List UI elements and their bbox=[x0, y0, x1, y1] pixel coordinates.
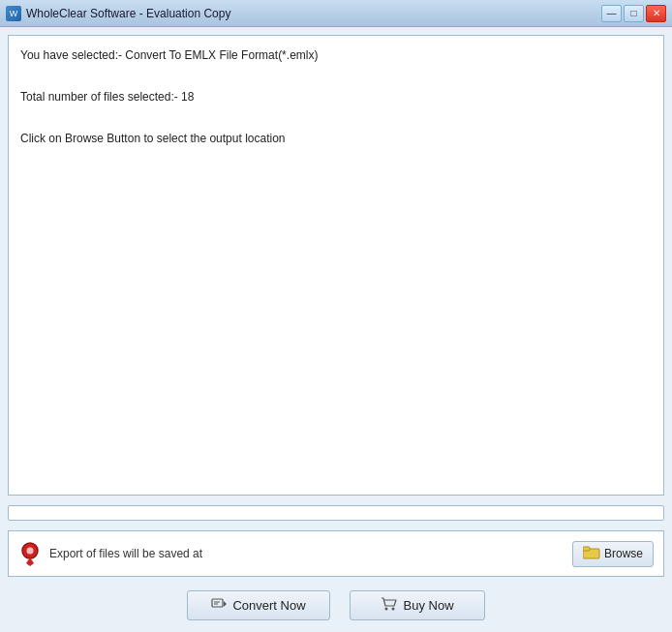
convert-now-button[interactable]: Convert Now bbox=[187, 590, 329, 620]
action-buttons: Convert Now Buy Now bbox=[8, 583, 664, 624]
svg-rect-5 bbox=[212, 599, 223, 607]
buy-now-button[interactable]: Buy Now bbox=[350, 590, 485, 620]
info-area: You have selected:- Convert To EMLX File… bbox=[8, 35, 664, 496]
info-line-1: You have selected:- Convert To EMLX File… bbox=[20, 45, 652, 67]
close-button[interactable]: ✕ bbox=[646, 5, 666, 22]
svg-marker-8 bbox=[224, 601, 227, 607]
minimize-button[interactable]: — bbox=[601, 5, 622, 22]
window-controls: — □ ✕ bbox=[601, 5, 666, 22]
output-section: Export of files will be saved at Browse bbox=[8, 530, 664, 577]
cart-icon bbox=[381, 597, 398, 614]
svg-rect-4 bbox=[583, 547, 590, 551]
convert-icon bbox=[211, 597, 227, 614]
main-window: You have selected:- Convert To EMLX File… bbox=[0, 27, 672, 632]
convert-now-label: Convert Now bbox=[232, 598, 305, 613]
pin-icon bbox=[18, 539, 42, 568]
info-line-2: Total number of files selected:- 18 bbox=[20, 87, 652, 108]
svg-point-10 bbox=[391, 608, 394, 611]
buy-now-label: Buy Now bbox=[404, 598, 454, 613]
title-bar: W WholeClear Software - Evaluation Copy … bbox=[0, 0, 672, 27]
app-icon: W bbox=[6, 6, 21, 21]
browse-label: Browse bbox=[604, 547, 643, 560]
output-label: Export of files will be saved at bbox=[49, 547, 565, 560]
window-title: WholeClear Software - Evaluation Copy bbox=[26, 7, 230, 20]
svg-point-1 bbox=[27, 548, 34, 555]
maximize-button[interactable]: □ bbox=[624, 5, 644, 22]
browse-button[interactable]: Browse bbox=[572, 541, 654, 567]
info-line-3: Click on Browse Button to select the out… bbox=[20, 129, 652, 150]
svg-point-9 bbox=[384, 608, 387, 611]
svg-marker-2 bbox=[26, 557, 34, 566]
progress-bar-container bbox=[8, 505, 664, 521]
browse-folder-icon bbox=[583, 546, 600, 562]
progress-section bbox=[8, 501, 664, 525]
